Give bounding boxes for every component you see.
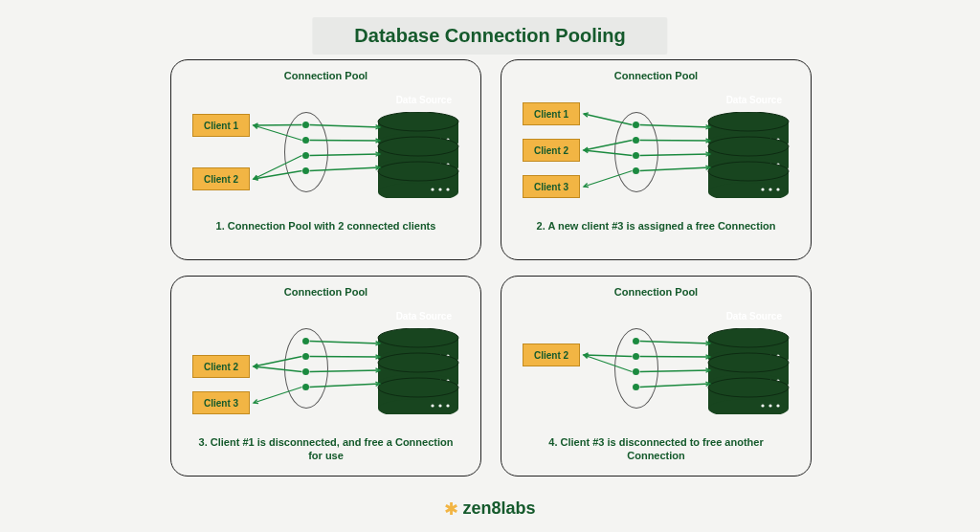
panel-1: Connection PoolClient 1Client 2Data Sour… <box>170 59 481 260</box>
diagram-area: Client 1Client 2Data Source <box>185 85 467 219</box>
pool-label: Connection Pool <box>515 286 797 298</box>
connection-dot <box>633 167 639 174</box>
connection-dot <box>302 137 309 144</box>
database-icon <box>377 328 459 418</box>
connection-dot <box>633 137 639 144</box>
svg-point-20 <box>446 188 449 190</box>
client-box: Client 3 <box>523 175 580 198</box>
connection-dot <box>302 152 309 159</box>
pool-label: Connection Pool <box>515 70 797 81</box>
svg-point-106 <box>776 404 779 407</box>
connection-dot <box>302 353 309 360</box>
logo-text: zen8labs <box>462 499 535 519</box>
database-icon <box>707 328 790 418</box>
connection-dot <box>302 368 309 375</box>
data-source-label: Data Source <box>396 95 452 105</box>
connection-dot <box>302 384 309 390</box>
client-box: Client 1 <box>192 114 250 137</box>
page-root: Database Connection Pooling Connection P… <box>0 0 980 532</box>
svg-point-104 <box>761 404 764 407</box>
client-box: Client 2 <box>192 167 250 190</box>
panel-4: Connection PoolClient 2Data Source4. Cli… <box>501 276 812 477</box>
panel-2: Connection PoolClient 1Client 2Client 3D… <box>501 59 812 260</box>
svg-point-78 <box>446 404 449 407</box>
connection-dot <box>633 353 639 360</box>
diagram-area: Client 1Client 2Client 3Data Source <box>515 85 797 219</box>
pool-label: Connection Pool <box>185 70 467 81</box>
panel-caption: 4. Client #3 is disconnected to free ano… <box>515 435 797 463</box>
connection-dot <box>302 167 309 174</box>
diagram-area: Client 2Data Source <box>515 301 797 435</box>
connection-dot <box>633 122 639 128</box>
logo-star-icon: ✱ <box>444 500 458 518</box>
connection-dot <box>633 338 639 344</box>
svg-point-47 <box>761 188 764 190</box>
panel-caption: 2. A new client #3 is assigned a free Co… <box>515 219 797 233</box>
diagram-area: Client 2Client 3Data Source <box>185 301 467 435</box>
pool-label: Connection Pool <box>185 286 467 298</box>
panel-caption: 3. Client #1 is disconnected, and free a… <box>185 435 467 463</box>
data-source-label: Data Source <box>726 311 782 321</box>
svg-point-105 <box>768 404 771 407</box>
client-box: Client 3 <box>192 391 250 414</box>
connection-dot <box>633 368 639 375</box>
svg-point-18 <box>431 188 434 190</box>
data-source-label: Data Source <box>726 95 782 105</box>
data-source-label: Data Source <box>396 311 452 321</box>
connection-dot <box>302 338 309 344</box>
panels-grid: Connection PoolClient 1Client 2Data Sour… <box>170 59 812 477</box>
client-box: Client 1 <box>523 102 580 125</box>
svg-point-49 <box>776 188 779 190</box>
svg-point-48 <box>768 188 771 190</box>
panel-caption: 1. Connection Pool with 2 connected clie… <box>185 219 467 233</box>
client-box: Client 2 <box>192 355 250 378</box>
client-box: Client 2 <box>523 139 580 162</box>
page-title: Database Connection Pooling <box>354 25 625 47</box>
connection-dot <box>633 152 639 159</box>
connection-dot <box>633 384 639 390</box>
client-box: Client 2 <box>523 344 580 366</box>
database-icon <box>377 112 459 202</box>
svg-point-19 <box>438 188 441 190</box>
svg-point-77 <box>438 404 441 407</box>
connection-dot <box>302 122 309 128</box>
panel-3: Connection PoolClient 2Client 3Data Sour… <box>170 276 481 477</box>
database-icon <box>707 112 790 202</box>
logo: ✱ zen8labs <box>444 499 535 519</box>
title-bar: Database Connection Pooling <box>312 17 667 55</box>
svg-point-76 <box>431 404 434 407</box>
